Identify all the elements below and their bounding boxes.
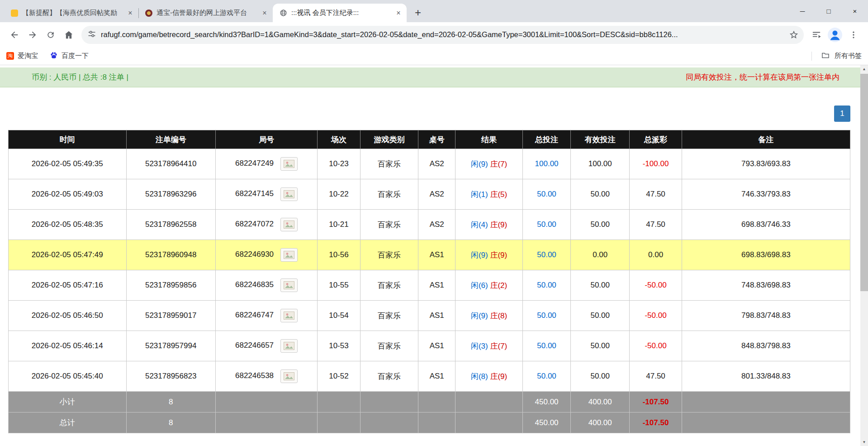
bookmark-taobao[interactable]: 淘 爱淘宝 bbox=[6, 52, 38, 60]
cell-valid-bet: 50.00 bbox=[571, 210, 630, 240]
cell-game-type: 百家乐 bbox=[360, 149, 418, 179]
scroll-up-icon[interactable]: ▲ bbox=[860, 65, 868, 73]
cell-valid-bet: 100.00 bbox=[571, 149, 630, 179]
media-controls-icon[interactable] bbox=[807, 26, 825, 44]
result-player: 闲(9) bbox=[471, 251, 488, 259]
back-button[interactable] bbox=[5, 26, 24, 44]
site-settings-icon[interactable] bbox=[88, 30, 96, 40]
bet-records-table: 时间 注单编号 局号 场次 游戏类别 桌号 结果 总投注 有效投注 总派彩 备注… bbox=[8, 130, 850, 433]
currency-summary: 币别 : 人民币 | 总共 :8 注单 | bbox=[32, 72, 128, 82]
tab-tongbao[interactable]: 通宝-信誉最好的网上游戏平台 × bbox=[139, 4, 273, 22]
tab-close-icon[interactable]: × bbox=[126, 9, 135, 18]
cell-note: 746.33/793.83 bbox=[682, 179, 850, 210]
cell-bet-id: 523178962558 bbox=[126, 210, 215, 240]
scroll-down-icon[interactable]: ▼ bbox=[860, 438, 868, 446]
game-video-icon[interactable] bbox=[280, 248, 298, 262]
cell-time: 2026-02-05 05:47:49 bbox=[9, 240, 127, 270]
result-banker: 庄(5) bbox=[490, 190, 507, 199]
game-video-icon[interactable] bbox=[280, 157, 298, 171]
cell-result: 闲(9) 庄(9) bbox=[455, 240, 523, 270]
cell-session: 10-55 bbox=[317, 270, 360, 301]
column-header-round: 局号 bbox=[215, 130, 317, 149]
cell-table-no: AS1 bbox=[418, 331, 455, 361]
baidu-paw-icon bbox=[50, 51, 58, 61]
cell-note: 801.33/848.83 bbox=[682, 361, 850, 392]
round-number: 682246835 bbox=[235, 280, 274, 289]
all-bookmarks[interactable]: 所有书签 bbox=[811, 51, 862, 61]
reload-button[interactable] bbox=[42, 26, 60, 44]
cell-total-bet: 50.00 bbox=[523, 179, 571, 210]
bookmark-baidu[interactable]: 百度一下 bbox=[50, 51, 89, 61]
cell-bet-id: 523178959017 bbox=[126, 301, 215, 331]
cell-table-no: AS1 bbox=[418, 270, 455, 301]
empty-cell bbox=[215, 392, 317, 412]
cell-payout: -50.00 bbox=[630, 270, 682, 301]
column-header-result: 结果 bbox=[455, 130, 523, 149]
cell-total-bet: 50.00 bbox=[523, 210, 571, 240]
page-content: 币别 : 人民币 | 总共 :8 注单 | 同局有效投注，统一计算在该局第一张注… bbox=[0, 65, 868, 446]
bookmark-star-icon[interactable] bbox=[787, 28, 801, 42]
scrollbar-thumb[interactable] bbox=[860, 74, 868, 291]
new-tab-button[interactable]: + bbox=[411, 6, 425, 19]
game-video-icon[interactable] bbox=[280, 339, 298, 353]
table-row: 2026-02-05 05:47:49 523178960948 6822469… bbox=[9, 240, 850, 270]
empty-cell bbox=[317, 412, 360, 433]
column-header-valid-bet: 有效投注 bbox=[571, 130, 630, 149]
close-button[interactable]: × bbox=[842, 0, 868, 22]
result-player: 闲(1) bbox=[471, 190, 488, 199]
window-controls: ─ □ × bbox=[789, 0, 868, 22]
menu-icon[interactable] bbox=[844, 26, 863, 44]
bookmark-label: 百度一下 bbox=[62, 52, 89, 60]
empty-cell bbox=[455, 392, 523, 412]
cell-table-no: AS1 bbox=[418, 301, 455, 331]
minimize-button[interactable]: ─ bbox=[789, 0, 816, 22]
round-number: 682246657 bbox=[235, 341, 274, 350]
url-text[interactable]: rafugf.com/game/betrecord_search/kind3?B… bbox=[101, 30, 782, 39]
maximize-button[interactable]: □ bbox=[816, 0, 842, 22]
result-banker: 庄(7) bbox=[490, 160, 507, 168]
round-number: 682247249 bbox=[235, 159, 274, 168]
column-header-game-type: 游戏类别 bbox=[360, 130, 418, 149]
cell-time: 2026-02-05 05:46:14 bbox=[9, 331, 127, 361]
tab-close-icon[interactable]: × bbox=[260, 9, 269, 18]
subtotal-valid-bet: 400.00 bbox=[571, 392, 630, 412]
browser-window: 【新提醒】【海燕优质回帖奖励 × 通宝-信誉最好的网上游戏平台 × :::视讯 … bbox=[0, 0, 868, 446]
empty-cell bbox=[418, 412, 455, 433]
cell-time: 2026-02-05 05:47:16 bbox=[9, 270, 127, 301]
round-number: 682247072 bbox=[235, 220, 274, 228]
table-body: 2026-02-05 05:49:35 523178964410 6822472… bbox=[9, 149, 850, 392]
cell-valid-bet: 50.00 bbox=[571, 361, 630, 392]
game-video-icon[interactable] bbox=[280, 218, 298, 231]
home-button[interactable] bbox=[60, 26, 78, 44]
url-bar[interactable]: rafugf.com/game/betrecord_search/kind3?B… bbox=[81, 26, 804, 44]
cell-session: 10-52 bbox=[317, 361, 360, 392]
round-number: 682246747 bbox=[235, 311, 274, 319]
game-video-icon[interactable] bbox=[280, 369, 298, 383]
total-valid-bet: 400.00 bbox=[571, 412, 630, 433]
cell-round: 682246657 bbox=[215, 331, 317, 361]
tab-bet-records-active[interactable]: :::视讯 会员下注纪录::: × bbox=[273, 4, 407, 22]
forward-button[interactable] bbox=[24, 26, 42, 44]
cell-session: 10-54 bbox=[317, 301, 360, 331]
profile-avatar[interactable] bbox=[827, 27, 843, 43]
forum-favicon-icon bbox=[11, 10, 18, 17]
tab-close-icon[interactable]: × bbox=[394, 9, 403, 18]
result-banker: 庄(9) bbox=[490, 251, 507, 259]
tab-forum[interactable]: 【新提醒】【海燕优质回帖奖励 × bbox=[5, 4, 138, 22]
page-1-button[interactable]: 1 bbox=[834, 106, 850, 122]
cell-round: 682246930 bbox=[215, 240, 317, 270]
table-row: 2026-02-05 05:48:35 523178962558 6822470… bbox=[9, 210, 850, 240]
table-row: 2026-02-05 05:47:16 523178959856 6822468… bbox=[9, 270, 850, 301]
cell-result: 闲(6) 庄(2) bbox=[455, 270, 523, 301]
table-row: 2026-02-05 05:49:03 523178963296 6822471… bbox=[9, 179, 850, 210]
column-header-payout: 总派彩 bbox=[630, 130, 682, 149]
cell-payout: 0.00 bbox=[630, 240, 682, 270]
subtotal-total-bet: 450.00 bbox=[523, 392, 571, 412]
table-row: 2026-02-05 05:49:35 523178964410 6822472… bbox=[9, 149, 850, 179]
tab-title: 【新提醒】【海燕优质回帖奖励 bbox=[22, 9, 122, 17]
cell-bet-id: 523178957994 bbox=[126, 331, 215, 361]
game-video-icon[interactable] bbox=[280, 309, 298, 322]
game-video-icon[interactable] bbox=[280, 187, 298, 201]
game-video-icon[interactable] bbox=[280, 278, 298, 292]
scrollbar[interactable]: ▲ ▼ bbox=[860, 65, 868, 446]
